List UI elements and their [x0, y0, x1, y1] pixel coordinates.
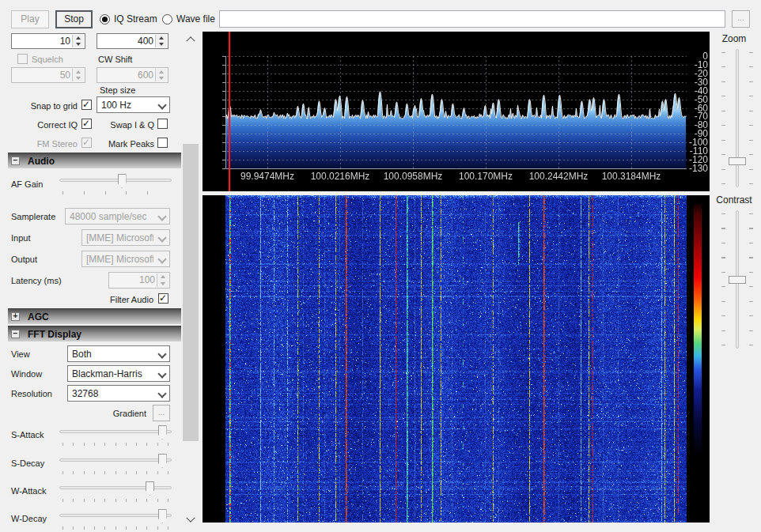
squelch-checkbox[interactable]: [17, 54, 28, 64]
scroll-up-icon[interactable]: [182, 32, 199, 46]
cw-shift-stepper[interactable]: 600: [97, 67, 168, 83]
frequency-tick-label: 100.3184MHz: [596, 171, 667, 182]
collapse-icon[interactable]: −: [11, 330, 20, 338]
w-decay-label: W-Decay: [11, 513, 47, 524]
s-attack-slider[interactable]: [59, 424, 172, 447]
fm-stereo-label: FM Stereo: [8, 138, 78, 149]
mark-peaks-checkbox[interactable]: [157, 138, 168, 148]
iq-stream-label: IQ Stream: [114, 13, 157, 25]
contrast-slider[interactable]: [720, 210, 755, 349]
contrast-label: Contrast: [710, 194, 759, 206]
s-decay-slider[interactable]: [59, 452, 172, 476]
view-select[interactable]: Both: [67, 345, 170, 362]
spin-down-icon: [157, 281, 168, 288]
zoom-slider[interactable]: [720, 49, 755, 187]
step-size-select[interactable]: 100 Hz: [97, 96, 170, 113]
s-decay-label: S-Decay: [11, 458, 44, 469]
section-header-agc[interactable]: + AGC: [8, 308, 181, 324]
samplerate-label: Samplerate: [11, 211, 55, 222]
panel-scrollbar[interactable]: [182, 32, 199, 527]
audio-output-select[interactable]: [MME] Microsoft Sound: [81, 251, 170, 267]
correct-iq-checkbox[interactable]: [81, 119, 92, 129]
input-label: Input: [11, 232, 30, 243]
bandwidth-stepper[interactable]: 400: [97, 33, 168, 49]
expand-icon[interactable]: +: [11, 312, 20, 321]
waterfall-canvas[interactable]: [225, 195, 687, 523]
cw-shift-label: CW Shift: [98, 54, 132, 65]
slider-thumb[interactable]: [729, 157, 746, 165]
wave-file-radio[interactable]: [162, 14, 172, 25]
waterfall-display[interactable]: [203, 195, 710, 523]
play-button[interactable]: Play: [11, 10, 49, 28]
swap-iq-label: Swap I & Q: [93, 119, 154, 130]
wave-file-path-input[interactable]: [219, 10, 725, 28]
spin-down-icon: [156, 75, 167, 81]
slider-thumb[interactable]: [146, 481, 154, 496]
waterfall-gradient-legend: [694, 204, 702, 466]
wave-file-label: Wave file: [176, 13, 215, 25]
spin-down-icon[interactable]: [156, 41, 167, 47]
scrollbar-thumb[interactable]: [183, 144, 199, 441]
spectrum-display[interactable]: 0-10-20-30-40-50-60-70-80-90-100-110-120…: [203, 32, 710, 191]
step-size-label: Step size: [100, 85, 135, 96]
chevron-down-icon: [159, 235, 165, 240]
section-header-audio[interactable]: − Audio: [8, 153, 181, 168]
slider-thumb[interactable]: [118, 174, 127, 188]
spin-up-icon: [156, 69, 167, 75]
fm-stereo-checkbox[interactable]: [81, 138, 92, 148]
resolution-label: Resolution: [11, 388, 52, 399]
latency-label: Latency (ms): [11, 275, 62, 286]
filter-audio-checkbox[interactable]: [158, 293, 168, 304]
af-gain-slider[interactable]: [59, 172, 172, 196]
db-tick-label: -130: [687, 164, 708, 173]
frequency-tick-label: 99.9474MHz: [232, 171, 303, 182]
snap-to-grid-label: Snap to grid: [8, 100, 78, 111]
iq-stream-radio[interactable]: [100, 14, 110, 25]
window-label: Window: [11, 368, 42, 379]
filter-order-stepper[interactable]: 10: [11, 33, 85, 49]
chevron-down-icon: [159, 351, 165, 357]
latency-stepper[interactable]: 100: [108, 272, 170, 289]
frequency-tick-label: 100.2442MHz: [523, 171, 594, 182]
window-select[interactable]: Blackman-Harris: [67, 365, 170, 382]
w-attack-slider[interactable]: [59, 480, 172, 504]
spin-up-icon: [157, 274, 168, 281]
zoom-label: Zoom: [710, 33, 759, 44]
chevron-down-icon: [159, 371, 165, 376]
s-attack-label: S-Attack: [11, 429, 44, 440]
spectrum-canvas[interactable]: [203, 32, 710, 191]
frequency-tick-label: 100.0216MHz: [305, 171, 376, 182]
spin-up-icon: [73, 69, 84, 75]
correct-iq-label: Correct IQ: [8, 119, 78, 130]
browse-button[interactable]: ...: [732, 10, 750, 28]
w-attack-label: W-Attack: [11, 485, 46, 496]
spin-up-icon[interactable]: [73, 35, 84, 41]
sdrsharp-window: Play Stop IQ Stream Wave file ... 10 400…: [0, 0, 761, 532]
slider-thumb[interactable]: [158, 454, 167, 468]
swap-iq-checkbox[interactable]: [157, 119, 168, 129]
snap-to-grid-checkbox[interactable]: [81, 100, 92, 110]
frequency-tick-label: 100.170MHz: [450, 171, 521, 182]
chevron-down-icon: [159, 102, 165, 108]
slider-thumb[interactable]: [158, 425, 167, 440]
w-decay-slider[interactable]: [59, 507, 172, 531]
gradient-button[interactable]: ...: [153, 405, 170, 421]
frequency-tick-label: 100.0958MHz: [377, 171, 449, 182]
slider-thumb[interactable]: [158, 509, 167, 523]
stop-button[interactable]: Stop: [55, 10, 93, 28]
filter-audio-label: Filter Audio: [85, 294, 153, 305]
af-gain-label: AF Gain: [11, 179, 43, 190]
spin-up-icon[interactable]: [156, 35, 167, 41]
scroll-down-icon[interactable]: [182, 513, 199, 527]
section-header-fft-display[interactable]: − FFT Display: [8, 326, 181, 341]
view-label: View: [11, 349, 30, 360]
resolution-select[interactable]: 32768: [67, 385, 170, 402]
slider-thumb[interactable]: [729, 276, 746, 284]
audio-input-select[interactable]: [MME] Microsoft Sound: [81, 229, 170, 246]
samplerate-select[interactable]: 48000 sample/sec: [65, 208, 170, 224]
spin-down-icon[interactable]: [73, 41, 84, 47]
collapse-icon[interactable]: −: [11, 157, 20, 165]
chevron-down-icon: [159, 256, 165, 262]
chevron-down-icon: [159, 391, 165, 396]
squelch-stepper[interactable]: 50: [11, 67, 85, 83]
